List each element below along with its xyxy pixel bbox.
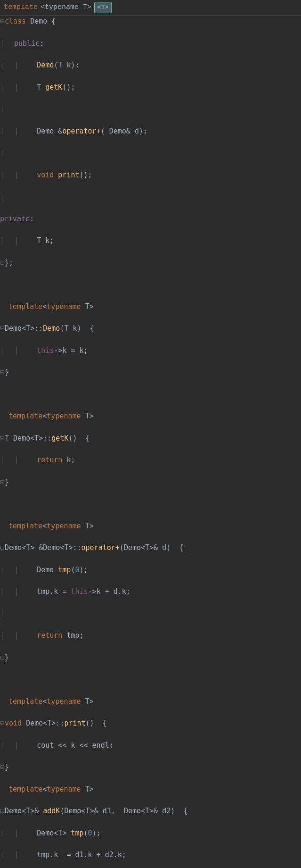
line: ⊟void Demo<T>::print() {	[0, 718, 301, 729]
line: |	[0, 148, 301, 159]
line: |	[0, 192, 301, 202]
line: ⊟}	[0, 762, 301, 773]
typename-param: <typename T>	[41, 2, 91, 13]
line: ⊟}	[0, 652, 301, 663]
line: | | return k;	[0, 455, 301, 466]
line: |	[0, 104, 301, 115]
line: | | return tmp;	[0, 630, 301, 641]
line: | | tmp.k = this->k + d.k;	[0, 586, 301, 597]
line: private:	[0, 214, 301, 225]
code-content: ⊟class Demo { | public: | | Demo(T k); |…	[0, 16, 301, 868]
line: template<typename T>	[0, 521, 301, 532]
header-line: template <typename T> <T>	[0, 0, 301, 16]
type-badge: <T>	[94, 2, 112, 13]
line: template<typename T>	[0, 411, 301, 422]
line: ⊟T Demo<T>::getK() {	[0, 433, 301, 444]
line	[0, 279, 301, 290]
template-keyword: template	[4, 2, 38, 13]
line	[0, 674, 301, 685]
line: | | this->k = k;	[0, 345, 301, 356]
line: template<typename T>	[0, 784, 301, 795]
line	[0, 499, 301, 509]
line: | | Demo &operator+( Demo& d);	[0, 126, 301, 137]
line: | | T k;	[0, 235, 301, 246]
code-editor: ⊟class Demo { | public: | | Demo(T k); |…	[0, 16, 301, 868]
line: ⊟}	[0, 367, 301, 378]
line: | | T getK();	[0, 82, 301, 93]
line: | | Demo(T k);	[0, 60, 301, 71]
line: ⊟}	[0, 477, 301, 488]
line: | | Demo<T> tmp(0);	[0, 828, 301, 839]
line: | | cout << k << endl;	[0, 740, 301, 751]
line: |	[0, 609, 301, 619]
line: | | tmp.k = d1.k + d2.k;	[0, 850, 301, 860]
line: ⊟};	[0, 258, 301, 268]
line	[0, 389, 301, 400]
line: | | Demo tmp(0);	[0, 565, 301, 576]
line: template<typename T>	[0, 301, 301, 312]
line: template<typename T>	[0, 696, 301, 707]
line: ⊟class Demo {	[0, 16, 301, 27]
code-container: template <typename T> <T> ⊟class Demo { …	[0, 0, 301, 868]
line: ⊟Demo<T> &Demo<T>::operator+(Demo<T>& d)…	[0, 542, 301, 553]
line: | public:	[0, 38, 301, 49]
line: | | void print();	[0, 170, 301, 181]
line: ⊟Demo<T>::Demo(T k) {	[0, 323, 301, 334]
line: ⊟Demo<T>& addK(Demo<T>& d1, Demo<T>& d2)…	[0, 806, 301, 817]
